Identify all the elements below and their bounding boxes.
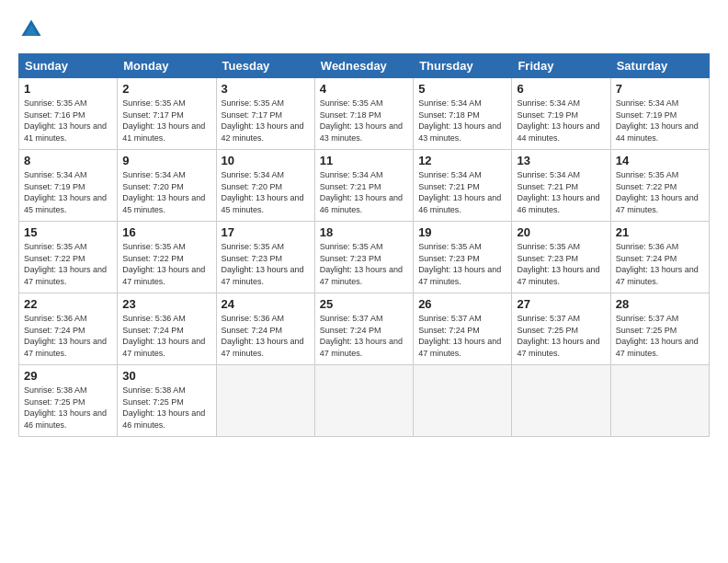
- calendar-week-row: 1Sunrise: 5:35 AM Sunset: 7:16 PM Daylig…: [19, 78, 710, 150]
- calendar-cell: 12Sunrise: 5:34 AM Sunset: 7:21 PM Dayli…: [414, 150, 512, 222]
- calendar-cell: 20Sunrise: 5:35 AM Sunset: 7:23 PM Dayli…: [512, 222, 610, 293]
- calendar-cell: 21Sunrise: 5:36 AM Sunset: 7:24 PM Dayli…: [610, 222, 709, 293]
- day-info: Sunrise: 5:34 AM Sunset: 7:21 PM Dayligh…: [517, 169, 605, 215]
- day-number: 28: [616, 297, 704, 311]
- calendar-cell: [216, 365, 314, 437]
- calendar-cell: 10Sunrise: 5:34 AM Sunset: 7:20 PM Dayli…: [216, 150, 314, 222]
- day-info: Sunrise: 5:35 AM Sunset: 7:17 PM Dayligh…: [122, 98, 210, 144]
- day-info: Sunrise: 5:34 AM Sunset: 7:19 PM Dayligh…: [517, 98, 605, 144]
- day-info: Sunrise: 5:35 AM Sunset: 7:23 PM Dayligh…: [320, 241, 408, 287]
- day-number: 29: [24, 369, 112, 383]
- day-number: 1: [24, 82, 112, 96]
- day-number: 8: [24, 154, 112, 167]
- calendar-cell: 26Sunrise: 5:37 AM Sunset: 7:24 PM Dayli…: [414, 293, 512, 365]
- day-number: 21: [616, 225, 704, 239]
- calendar-week-row: 29Sunrise: 5:38 AM Sunset: 7:25 PM Dayli…: [19, 365, 710, 437]
- day-number: 24: [222, 297, 310, 311]
- logo-icon: [18, 17, 44, 42]
- day-number: 23: [122, 297, 210, 311]
- calendar-cell: 18Sunrise: 5:35 AM Sunset: 7:23 PM Dayli…: [314, 222, 413, 293]
- day-number: 27: [517, 297, 605, 311]
- day-info: Sunrise: 5:34 AM Sunset: 7:19 PM Dayligh…: [24, 169, 112, 215]
- calendar-cell: 24Sunrise: 5:36 AM Sunset: 7:24 PM Dayli…: [216, 293, 314, 365]
- day-number: 15: [24, 225, 112, 239]
- day-number: 12: [418, 154, 506, 167]
- calendar-week-row: 22Sunrise: 5:36 AM Sunset: 7:24 PM Dayli…: [19, 293, 710, 365]
- calendar-cell: 6Sunrise: 5:34 AM Sunset: 7:19 PM Daylig…: [512, 78, 610, 150]
- day-number: 7: [616, 82, 704, 96]
- calendar-cell: 9Sunrise: 5:34 AM Sunset: 7:20 PM Daylig…: [118, 150, 216, 222]
- day-info: Sunrise: 5:35 AM Sunset: 7:16 PM Dayligh…: [24, 98, 112, 144]
- calendar-cell: 23Sunrise: 5:36 AM Sunset: 7:24 PM Dayli…: [118, 293, 216, 365]
- day-info: Sunrise: 5:35 AM Sunset: 7:18 PM Dayligh…: [320, 98, 408, 144]
- page: SundayMondayTuesdayWednesdayThursdayFrid…: [0, 0, 728, 563]
- calendar-cell: 5Sunrise: 5:34 AM Sunset: 7:18 PM Daylig…: [414, 78, 512, 150]
- day-number: 9: [122, 154, 210, 167]
- calendar-cell: 2Sunrise: 5:35 AM Sunset: 7:17 PM Daylig…: [118, 78, 216, 150]
- day-header-thursday: Thursday: [414, 54, 512, 78]
- day-info: Sunrise: 5:35 AM Sunset: 7:22 PM Dayligh…: [24, 241, 112, 287]
- day-number: 10: [222, 154, 310, 167]
- day-info: Sunrise: 5:34 AM Sunset: 7:20 PM Dayligh…: [122, 169, 210, 215]
- calendar-cell: 11Sunrise: 5:34 AM Sunset: 7:21 PM Dayli…: [314, 150, 413, 222]
- day-header-wednesday: Wednesday: [314, 54, 413, 78]
- calendar-cell: [610, 365, 709, 437]
- day-info: Sunrise: 5:38 AM Sunset: 7:25 PM Dayligh…: [122, 385, 210, 431]
- calendar-cell: 19Sunrise: 5:35 AM Sunset: 7:23 PM Dayli…: [414, 222, 512, 293]
- day-info: Sunrise: 5:35 AM Sunset: 7:23 PM Dayligh…: [222, 241, 310, 287]
- day-number: 18: [320, 225, 408, 239]
- calendar-cell: 22Sunrise: 5:36 AM Sunset: 7:24 PM Dayli…: [19, 293, 118, 365]
- day-info: Sunrise: 5:35 AM Sunset: 7:23 PM Dayligh…: [517, 241, 605, 287]
- day-number: 3: [222, 82, 310, 96]
- day-info: Sunrise: 5:36 AM Sunset: 7:24 PM Dayligh…: [616, 241, 704, 287]
- day-number: 4: [320, 82, 408, 96]
- day-info: Sunrise: 5:36 AM Sunset: 7:24 PM Dayligh…: [222, 313, 310, 359]
- calendar-cell: 8Sunrise: 5:34 AM Sunset: 7:19 PM Daylig…: [19, 150, 118, 222]
- day-info: Sunrise: 5:35 AM Sunset: 7:23 PM Dayligh…: [418, 241, 506, 287]
- calendar-cell: 4Sunrise: 5:35 AM Sunset: 7:18 PM Daylig…: [314, 78, 413, 150]
- day-info: Sunrise: 5:38 AM Sunset: 7:25 PM Dayligh…: [24, 385, 112, 431]
- day-info: Sunrise: 5:35 AM Sunset: 7:22 PM Dayligh…: [122, 241, 210, 287]
- day-number: 2: [122, 82, 210, 96]
- day-number: 22: [24, 297, 112, 311]
- calendar-week-row: 15Sunrise: 5:35 AM Sunset: 7:22 PM Dayli…: [19, 222, 710, 293]
- calendar-cell: [414, 365, 512, 437]
- calendar-cell: [314, 365, 413, 437]
- day-header-friday: Friday: [512, 54, 610, 78]
- day-info: Sunrise: 5:37 AM Sunset: 7:24 PM Dayligh…: [320, 313, 408, 359]
- day-info: Sunrise: 5:34 AM Sunset: 7:19 PM Dayligh…: [616, 98, 704, 144]
- day-number: 13: [517, 154, 605, 167]
- calendar-cell: 13Sunrise: 5:34 AM Sunset: 7:21 PM Dayli…: [512, 150, 610, 222]
- day-info: Sunrise: 5:34 AM Sunset: 7:21 PM Dayligh…: [320, 169, 408, 215]
- calendar-cell: 15Sunrise: 5:35 AM Sunset: 7:22 PM Dayli…: [19, 222, 118, 293]
- day-info: Sunrise: 5:34 AM Sunset: 7:21 PM Dayligh…: [418, 169, 506, 215]
- calendar-cell: 30Sunrise: 5:38 AM Sunset: 7:25 PM Dayli…: [118, 365, 216, 437]
- calendar-cell: 29Sunrise: 5:38 AM Sunset: 7:25 PM Dayli…: [19, 365, 118, 437]
- calendar-cell: 27Sunrise: 5:37 AM Sunset: 7:25 PM Dayli…: [512, 293, 610, 365]
- day-number: 14: [616, 154, 704, 167]
- day-header-tuesday: Tuesday: [216, 54, 314, 78]
- day-info: Sunrise: 5:36 AM Sunset: 7:24 PM Dayligh…: [24, 313, 112, 359]
- day-number: 16: [122, 225, 210, 239]
- day-info: Sunrise: 5:35 AM Sunset: 7:17 PM Dayligh…: [222, 98, 310, 144]
- calendar-cell: 1Sunrise: 5:35 AM Sunset: 7:16 PM Daylig…: [19, 78, 118, 150]
- calendar-table: SundayMondayTuesdayWednesdayThursdayFrid…: [18, 53, 710, 437]
- day-info: Sunrise: 5:37 AM Sunset: 7:24 PM Dayligh…: [418, 313, 506, 359]
- day-header-saturday: Saturday: [610, 54, 709, 78]
- day-number: 6: [517, 82, 605, 96]
- calendar-cell: 14Sunrise: 5:35 AM Sunset: 7:22 PM Dayli…: [610, 150, 709, 222]
- calendar-cell: 28Sunrise: 5:37 AM Sunset: 7:25 PM Dayli…: [610, 293, 709, 365]
- calendar-cell: 25Sunrise: 5:37 AM Sunset: 7:24 PM Dayli…: [314, 293, 413, 365]
- day-number: 5: [418, 82, 506, 96]
- day-info: Sunrise: 5:36 AM Sunset: 7:24 PM Dayligh…: [122, 313, 210, 359]
- days-header-row: SundayMondayTuesdayWednesdayThursdayFrid…: [19, 54, 710, 78]
- day-info: Sunrise: 5:37 AM Sunset: 7:25 PM Dayligh…: [616, 313, 704, 359]
- day-info: Sunrise: 5:34 AM Sunset: 7:20 PM Dayligh…: [222, 169, 310, 215]
- calendar-cell: 3Sunrise: 5:35 AM Sunset: 7:17 PM Daylig…: [216, 78, 314, 150]
- calendar-cell: [512, 365, 610, 437]
- logo: [18, 17, 47, 42]
- day-info: Sunrise: 5:34 AM Sunset: 7:18 PM Dayligh…: [418, 98, 506, 144]
- day-number: 17: [222, 225, 310, 239]
- day-info: Sunrise: 5:35 AM Sunset: 7:22 PM Dayligh…: [616, 169, 704, 215]
- day-number: 20: [517, 225, 605, 239]
